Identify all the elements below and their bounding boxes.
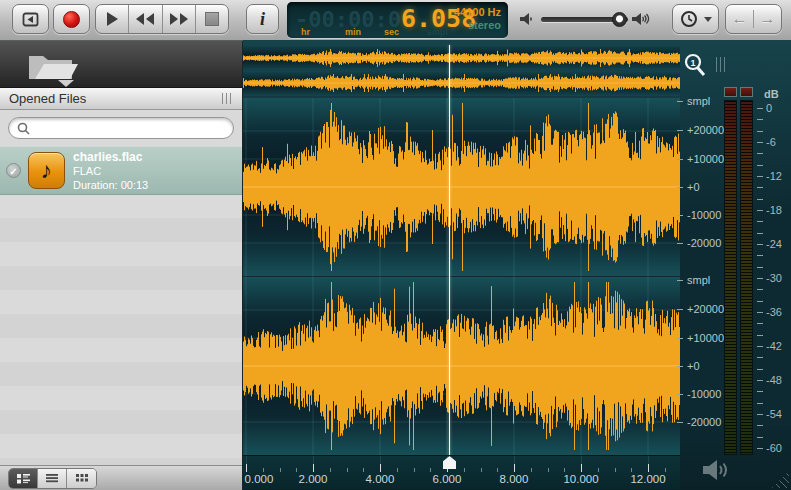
time-format-button[interactable]: [672, 4, 719, 34]
speaker-icon: [701, 457, 735, 483]
view-grid-button[interactable]: [67, 469, 96, 488]
amplitude-scale-label: +20000: [687, 303, 724, 315]
amplitude-scale-label: +0: [687, 181, 700, 193]
amplitude-scale-label: +20000: [687, 124, 724, 136]
level-meter-left: [724, 100, 737, 455]
format-info: 44100 Hz stereo: [454, 6, 501, 32]
db-scale-label: -24: [766, 238, 782, 250]
db-scale-label: -48: [766, 374, 782, 386]
resize-grip-icon[interactable]: [772, 471, 789, 488]
list-icon: [45, 473, 59, 483]
monitor-speaker-button[interactable]: [701, 457, 735, 487]
main-waveform: [243, 98, 680, 455]
opened-files-list: ✓ ♪ charlies.flac FLAC Duration: 00:13: [0, 146, 242, 465]
sidebar-tab-strip: [0, 41, 242, 88]
view-list-button[interactable]: [38, 469, 67, 488]
forward-button[interactable]: →: [754, 10, 781, 28]
panel-grip-icon[interactable]: [222, 93, 233, 104]
channel-mode-label: stereo: [454, 19, 501, 32]
waveform-main-view[interactable]: [243, 98, 680, 455]
folder-icon: [26, 48, 80, 81]
info-button[interactable]: i: [246, 4, 279, 34]
rewind-button[interactable]: [129, 5, 162, 33]
grid-icon: [75, 473, 89, 483]
timeline-label: 2.000: [299, 473, 328, 485]
stop-button[interactable]: [196, 5, 228, 33]
db-scale-label: -12: [766, 170, 782, 182]
volume-slider-knob[interactable]: [612, 12, 627, 27]
amplitude-scale-label: -20000: [687, 416, 721, 428]
amplitude-scale-label: smpl: [687, 274, 710, 286]
info-icon: i: [260, 9, 265, 30]
go-to-start-button[interactable]: [12, 4, 49, 34]
view-detailed-list-button[interactable]: [9, 469, 38, 488]
amplitude-scale-label: smpl: [687, 95, 710, 107]
playhead-handle[interactable]: [443, 456, 456, 469]
db-scale-label: -36: [766, 306, 782, 318]
clip-indicator-left: [724, 87, 737, 97]
panel-title: Opened Files: [9, 91, 86, 106]
db-scale-label: -30: [766, 272, 782, 284]
back-icon: ←: [732, 10, 748, 28]
db-scale-label: -60: [766, 442, 782, 454]
db-scale-label: -18: [766, 204, 782, 216]
search-input[interactable]: [35, 120, 225, 136]
amplitude-scale-label: +10000: [687, 153, 724, 165]
amplitude-scale-label: -20000: [687, 237, 721, 249]
zoom-level-button[interactable]: 1: [683, 53, 707, 83]
history-nav-group: ← →: [725, 4, 782, 34]
detailed-list-icon: [16, 473, 31, 484]
record-icon: [63, 11, 80, 28]
sample-rate-label: 44100 Hz: [454, 6, 501, 19]
speaker-low-icon: [519, 11, 533, 31]
rewind-icon: [136, 13, 144, 25]
clip-indicator-right: [740, 87, 753, 97]
unit-smpl-label: smpl: [427, 27, 448, 37]
timeline-label: 4.000: [366, 473, 395, 485]
file-item-charlies-flac[interactable]: ✓ ♪ charlies.flac FLAC Duration: 00:13: [0, 146, 242, 195]
db-scale-header: dB: [764, 88, 779, 100]
amplitude-scale-label: +0: [687, 360, 700, 372]
tool-grip-icon[interactable]: [716, 57, 726, 72]
unit-min-label: min: [345, 27, 361, 37]
timeline-ruler[interactable]: 0.0002.0004.0006.0008.00010.00012.000: [243, 455, 680, 489]
db-scale-label: -54: [766, 408, 782, 420]
level-meter-right: [740, 100, 753, 455]
unit-hr-label: hr: [301, 27, 310, 37]
search-row: [0, 110, 242, 146]
amplitude-scale-label: -10000: [687, 388, 721, 400]
play-button[interactable]: [96, 5, 129, 33]
fast-forward-icon: [170, 13, 178, 25]
timeline-label: 6.000: [433, 473, 462, 485]
db-scale-label: 0: [766, 102, 772, 114]
view-mode-bar: [0, 465, 242, 490]
record-button[interactable]: [53, 4, 90, 34]
timeline-label: 0.000: [245, 473, 274, 485]
svg-text:1: 1: [690, 58, 695, 68]
active-tab-notch: [58, 80, 74, 87]
fast-forward-button[interactable]: [163, 5, 196, 33]
unit-sec-label: sec: [384, 27, 399, 37]
search-icon: [17, 122, 30, 135]
db-scale-label: -42: [766, 340, 782, 352]
chevron-down-icon: [704, 17, 712, 22]
forward-icon: →: [760, 10, 776, 28]
timeline-label: 12.000: [630, 473, 665, 485]
db-scale-label: -6: [766, 136, 776, 148]
timeline-label: 8.000: [500, 473, 529, 485]
toolbar: i -00:00:06.058 hr min sec smpl 44100 Hz…: [0, 0, 791, 41]
search-field[interactable]: [8, 117, 234, 139]
speaker-high-icon: [631, 11, 651, 31]
play-icon: [107, 12, 118, 26]
transport-group: [95, 4, 229, 34]
clock-icon: [680, 10, 698, 28]
go-to-start-icon: [22, 12, 39, 27]
timeline-label: 10.000: [563, 473, 598, 485]
waveform-overview[interactable]: [243, 45, 680, 96]
back-button[interactable]: ←: [726, 10, 754, 28]
music-note-icon: ♪: [41, 157, 53, 184]
sidebar: Opened Files ✓ ♪ charlies.flac FLAC Dura…: [0, 41, 243, 490]
view-mode-group: [8, 468, 97, 489]
time-units: hr min sec smpl: [287, 27, 447, 37]
file-info: charlies.flac FLAC Duration: 00:13: [73, 150, 148, 192]
